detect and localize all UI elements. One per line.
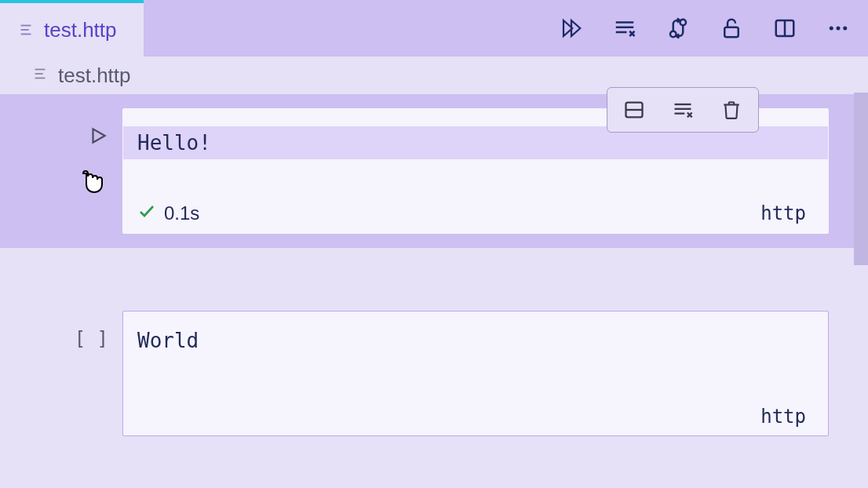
cell-footer: http [123, 398, 828, 435]
file-icon [17, 21, 35, 38]
tab-label: test.http [44, 18, 117, 42]
cell-gutter[interactable]: [ ] [0, 311, 122, 436]
cell-body[interactable]: World http [122, 311, 829, 436]
breadcrumb-label: test.http [58, 64, 131, 88]
run-cell-icon[interactable] [88, 126, 108, 151]
check-icon [137, 202, 156, 225]
split-editor-icon[interactable] [771, 14, 799, 42]
diff-icon[interactable] [664, 14, 692, 42]
scrollbar[interactable] [854, 93, 868, 265]
cell-1[interactable]: Hello! 0.1s http [0, 94, 868, 248]
execution-brackets: [ ] [75, 328, 108, 350]
more-icon[interactable] [824, 14, 852, 42]
tab-test-http[interactable]: test.http [0, 0, 144, 56]
tab-bar: test.http [0, 0, 868, 56]
delete-cell-icon[interactable] [717, 96, 746, 124]
cell-2[interactable]: [ ] World http [0, 311, 868, 436]
svg-marker-21 [93, 129, 105, 142]
svg-point-16 [837, 27, 841, 31]
cell-language[interactable]: http [760, 406, 806, 428]
cell-language[interactable]: http [760, 202, 806, 224]
svg-point-17 [843, 27, 847, 31]
svg-point-15 [830, 27, 833, 31]
cell-footer: 0.1s http [123, 194, 828, 233]
run-all-icon[interactable] [557, 14, 585, 42]
unlock-icon[interactable] [717, 14, 746, 42]
file-icon [31, 64, 49, 88]
clear-output-icon[interactable] [669, 96, 697, 124]
editor-top-actions [557, 0, 852, 56]
cell-body[interactable]: Hello! 0.1s http [122, 108, 829, 234]
cell-toolbar [607, 87, 759, 133]
execution-time: 0.1s [164, 202, 199, 224]
cell-gutter[interactable] [0, 108, 122, 234]
cell-code[interactable]: World [137, 329, 814, 352]
svg-rect-12 [724, 27, 739, 38]
split-cell-icon[interactable] [620, 96, 648, 124]
clear-all-icon[interactable] [611, 14, 639, 42]
notebook-cells: Hello! 0.1s http [ ] World [0, 94, 868, 436]
